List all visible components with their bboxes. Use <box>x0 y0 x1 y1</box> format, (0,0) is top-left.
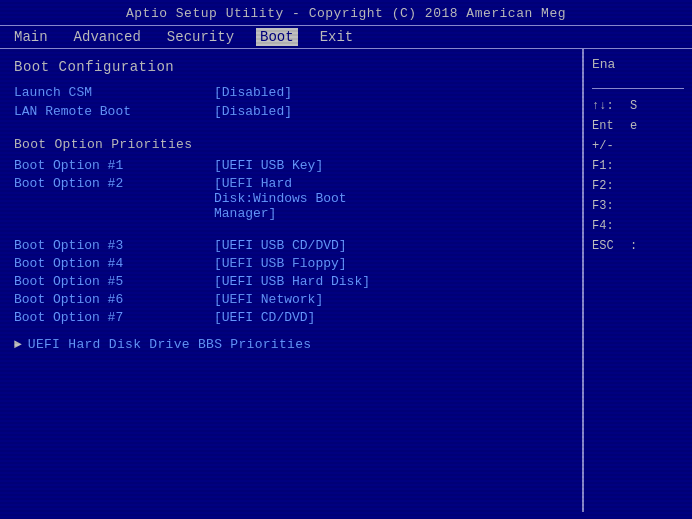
boot-option-2-value[interactable]: [UEFI HardDisk:Windows BootManager] <box>214 176 347 221</box>
lan-remote-boot-value[interactable]: [Disabled] <box>214 104 292 119</box>
boot-option-2-row: Boot Option #2 [UEFI HardDisk:Windows Bo… <box>14 176 568 221</box>
help-key-esc: ESC : <box>592 239 684 253</box>
menu-item-main[interactable]: Main <box>10 28 52 46</box>
main-layout: Boot Configuration Launch CSM [Disabled]… <box>0 49 692 512</box>
boot-option-1-row: Boot Option #1 [UEFI USB Key] <box>14 158 568 173</box>
boot-option-7-value[interactable]: [UEFI CD/DVD] <box>214 310 315 325</box>
help-key-f4: F4: <box>592 219 684 233</box>
title-bar: Aptio Setup Utility - Copyright (C) 2018… <box>0 0 692 25</box>
boot-option-3-row: Boot Option #3 [UEFI USB CD/DVD] <box>14 238 568 253</box>
help-key-f3: F3: <box>592 199 684 213</box>
help-key-enter-key: Ent <box>592 119 626 133</box>
help-key-f2-key: F2: <box>592 179 626 193</box>
boot-option-6-value[interactable]: [UEFI Network] <box>214 292 323 307</box>
boot-option-4-row: Boot Option #4 [UEFI USB Floppy] <box>14 256 568 271</box>
title-text: Aptio Setup Utility - Copyright (C) 2018… <box>126 6 566 21</box>
help-key-enter: Ent e <box>592 119 684 133</box>
content-panel: Boot Configuration Launch CSM [Disabled]… <box>0 49 582 512</box>
help-key-f4-key: F4: <box>592 219 626 233</box>
right-panel: Ena ↑↓: S Ent e +/- F1: F2: F3: F4: ESC … <box>582 49 692 512</box>
boot-option-5-row: Boot Option #5 [UEFI USB Hard Disk] <box>14 274 568 289</box>
uefi-hdd-bbs-submenu[interactable]: ► UEFI Hard Disk Drive BBS Priorities <box>14 337 568 352</box>
lan-remote-boot-row: LAN Remote Boot [Disabled] <box>14 104 568 119</box>
right-divider <box>592 88 684 89</box>
boot-option-3-label: Boot Option #3 <box>14 238 214 253</box>
boot-option-7-row: Boot Option #7 [UEFI CD/DVD] <box>14 310 568 325</box>
help-key-plusminus-key: +/- <box>592 139 626 153</box>
help-key-enter-desc: e <box>630 119 637 133</box>
boot-option-5-value[interactable]: [UEFI USB Hard Disk] <box>214 274 370 289</box>
lan-remote-boot-label: LAN Remote Boot <box>14 104 214 119</box>
menu-bar: Main Advanced Security Boot Exit <box>0 25 692 49</box>
help-key-esc-key: ESC <box>592 239 626 253</box>
help-key-updown-desc: S <box>630 99 637 113</box>
menu-item-security[interactable]: Security <box>163 28 238 46</box>
submenu-label: UEFI Hard Disk Drive BBS Priorities <box>28 337 312 352</box>
help-key-updown-key: ↑↓: <box>592 99 626 113</box>
boot-option-5-label: Boot Option #5 <box>14 274 214 289</box>
help-key-updown: ↑↓: S <box>592 99 684 113</box>
boot-option-6-row: Boot Option #6 [UEFI Network] <box>14 292 568 307</box>
boot-option-1-value[interactable]: [UEFI USB Key] <box>214 158 323 173</box>
launch-csm-row: Launch CSM [Disabled] <box>14 85 568 100</box>
launch-csm-label: Launch CSM <box>14 85 214 100</box>
boot-option-6-label: Boot Option #6 <box>14 292 214 307</box>
help-key-f1: F1: <box>592 159 684 173</box>
section-title: Boot Configuration <box>14 59 568 75</box>
help-key-esc-desc: : <box>630 239 637 253</box>
launch-csm-value[interactable]: [Disabled] <box>214 85 292 100</box>
boot-option-2-label: Boot Option #2 <box>14 176 214 191</box>
submenu-arrow-icon: ► <box>14 337 22 352</box>
boot-option-3-value[interactable]: [UEFI USB CD/DVD] <box>214 238 347 253</box>
menu-item-advanced[interactable]: Advanced <box>70 28 145 46</box>
boot-option-1-label: Boot Option #1 <box>14 158 214 173</box>
menu-item-exit[interactable]: Exit <box>316 28 358 46</box>
help-key-f1-key: F1: <box>592 159 626 173</box>
right-panel-title: Ena <box>592 57 684 72</box>
boot-option-4-label: Boot Option #4 <box>14 256 214 271</box>
help-key-plusminus: +/- <box>592 139 684 153</box>
boot-option-priorities-title: Boot Option Priorities <box>14 137 568 152</box>
menu-item-boot[interactable]: Boot <box>256 28 298 46</box>
boot-option-7-label: Boot Option #7 <box>14 310 214 325</box>
help-key-f3-key: F3: <box>592 199 626 213</box>
help-key-f2: F2: <box>592 179 684 193</box>
boot-option-4-value[interactable]: [UEFI USB Floppy] <box>214 256 347 271</box>
